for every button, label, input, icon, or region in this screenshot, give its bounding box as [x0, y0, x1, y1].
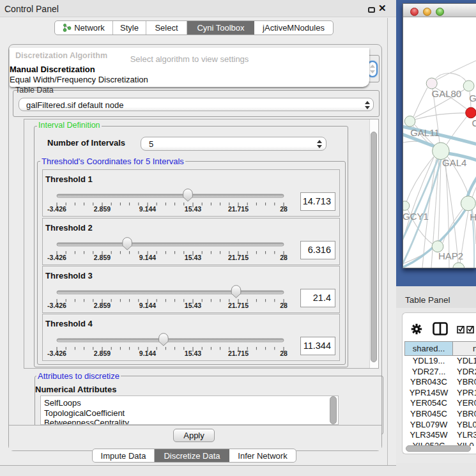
svg-text:GAL80: GAL80 — [432, 88, 462, 99]
svg-text:28: 28 — [280, 254, 288, 261]
svg-text:-3.426: -3.426 — [47, 205, 66, 213]
svg-text:-3.426: -3.426 — [47, 349, 66, 357]
svg-text:H: H — [470, 211, 476, 222]
svg-text:9.144: 9.144 — [139, 254, 156, 261]
svg-text:21.715: 21.715 — [228, 349, 249, 357]
svg-text:9.144: 9.144 — [139, 205, 156, 213]
svg-text:C: C — [472, 118, 476, 128]
svg-text:28: 28 — [280, 302, 288, 309]
svg-text:15.43: 15.43 — [185, 254, 201, 261]
svg-text:9.144: 9.144 — [139, 302, 156, 309]
svg-text:-3.426: -3.426 — [47, 302, 66, 309]
svg-text:21.715: 21.715 — [228, 302, 249, 309]
svg-text:2.859: 2.859 — [94, 254, 111, 261]
svg-text:15.43: 15.43 — [185, 302, 201, 309]
svg-text:GA: GA — [469, 93, 476, 104]
svg-text:2.859: 2.859 — [94, 205, 111, 213]
svg-text:2.859: 2.859 — [94, 349, 111, 357]
svg-text:28: 28 — [280, 349, 288, 357]
svg-text:21.715: 21.715 — [228, 254, 249, 261]
svg-text:GAL4: GAL4 — [442, 157, 466, 168]
svg-text:-3.426: -3.426 — [47, 254, 66, 261]
svg-text:21.715: 21.715 — [228, 205, 249, 213]
svg-text:2.859: 2.859 — [94, 302, 111, 309]
svg-text:HAP2: HAP2 — [438, 250, 463, 261]
svg-text:15.43: 15.43 — [185, 349, 201, 357]
svg-text:9.144: 9.144 — [139, 349, 156, 357]
svg-text:GCY1: GCY1 — [403, 211, 429, 222]
svg-text:28: 28 — [280, 205, 288, 213]
svg-text:15.43: 15.43 — [185, 205, 201, 213]
svg-text:GAL11: GAL11 — [410, 127, 440, 138]
